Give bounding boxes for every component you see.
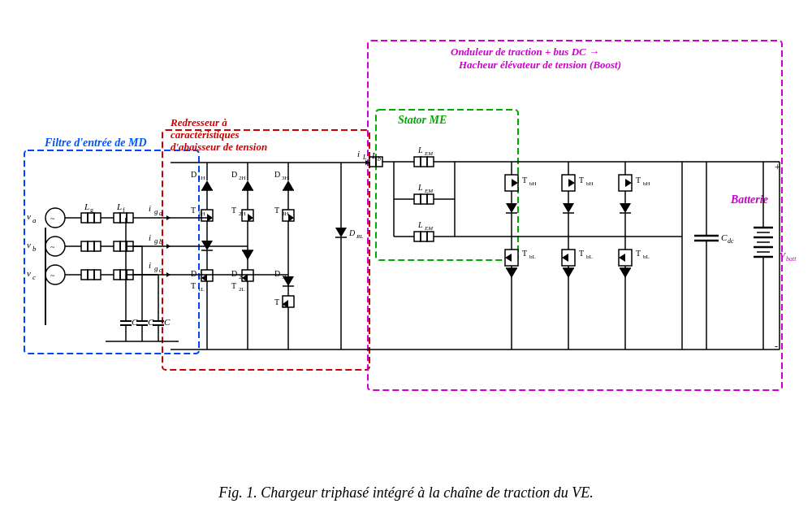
svg-text:batt: batt [786, 255, 797, 263]
svg-text:D: D [191, 269, 197, 278]
svg-text:i: i [149, 260, 151, 270]
svg-text:D: D [274, 269, 280, 278]
svg-text:T: T [274, 297, 279, 306]
svg-text:bL: bL [643, 254, 650, 260]
svg-text:a: a [32, 216, 37, 224]
svg-text:~: ~ [50, 214, 55, 223]
svg-text:g: g [154, 207, 158, 215]
svg-text:f: f [123, 206, 125, 214]
circuit-diagram: Filtre d'entrée de MD Redresseur à carac… [0, 0, 812, 471]
svg-text:T: T [274, 206, 279, 215]
svg-text:d'abaisseur de tension: d'abaisseur de tension [171, 141, 267, 153]
svg-text:L: L [84, 202, 89, 211]
svg-text:bH: bH [586, 180, 594, 187]
svg-text:L: L [417, 183, 423, 192]
svg-rect-0 [0, 0, 812, 471]
svg-text:Redresseur à: Redresseur à [170, 116, 227, 128]
svg-text:a: a [159, 210, 162, 217]
svg-text:C: C [164, 317, 171, 327]
svg-text:2H: 2H [239, 211, 246, 217]
svg-text:bL: bL [529, 254, 536, 260]
svg-text:i: i [357, 149, 360, 158]
svg-text:~: ~ [50, 271, 55, 280]
svg-text:T: T [191, 206, 196, 215]
svg-text:Filtre d'entrée de MD: Filtre d'entrée de MD [44, 137, 147, 149]
svg-text:EM: EM [424, 188, 434, 194]
svg-text:Hacheur élévateur de tension (: Hacheur élévateur de tension (Boost) [458, 59, 621, 71]
svg-text:Onduleur de traction + bus DC : Onduleur de traction + bus DC → [451, 46, 599, 58]
svg-text:c: c [32, 273, 36, 281]
svg-text:v: v [27, 268, 31, 278]
svg-text:Stator ME: Stator ME [398, 114, 447, 126]
figure-caption: Fig. 1. Chargeur triphasé intégré à la c… [0, 484, 812, 501]
svg-text:1H: 1H [198, 211, 205, 217]
svg-text:c: c [159, 267, 162, 274]
svg-text:D: D [191, 170, 197, 179]
svg-text:3H: 3H [282, 211, 289, 217]
svg-text:L: L [417, 145, 423, 154]
svg-text:3H: 3H [282, 175, 289, 181]
svg-text:v: v [27, 211, 31, 221]
svg-text:D: D [231, 170, 237, 179]
svg-text:~: ~ [50, 242, 55, 251]
svg-text:2L: 2L [239, 286, 245, 293]
svg-text:T: T [579, 176, 584, 185]
svg-text:3L: 3L [282, 274, 288, 280]
svg-text:b: b [159, 238, 162, 245]
svg-text:2H: 2H [239, 175, 246, 181]
svg-text:i: i [149, 232, 151, 242]
svg-text:C: C [721, 232, 728, 242]
svg-text:b: b [32, 245, 37, 253]
svg-text:RL: RL [356, 233, 363, 240]
svg-text:bH: bH [643, 180, 650, 187]
svg-text:g: g [154, 264, 158, 272]
svg-text:g: g [154, 237, 158, 245]
svg-text:L: L [116, 202, 122, 211]
svg-text:T: T [579, 249, 584, 258]
svg-text:T: T [191, 281, 196, 290]
svg-text:g: g [90, 206, 93, 214]
svg-text:Batterie: Batterie [730, 193, 768, 206]
svg-text:EM: EM [424, 150, 434, 157]
svg-text:dc: dc [728, 237, 734, 245]
svg-text:EM: EM [424, 225, 434, 232]
svg-text:T: T [522, 176, 527, 185]
svg-text:L: L [417, 220, 423, 229]
svg-text:T: T [231, 281, 236, 290]
svg-text:caractéristiques: caractéristiques [171, 128, 240, 141]
svg-text:T: T [636, 176, 641, 185]
svg-text:1H: 1H [198, 175, 205, 181]
svg-text:L: L [362, 154, 367, 161]
svg-text:-: - [775, 341, 778, 352]
svg-text:bL: bL [586, 254, 593, 260]
svg-text:D: D [231, 269, 237, 278]
svg-text:1L: 1L [198, 286, 205, 293]
svg-text:T: T [231, 206, 236, 215]
svg-text:T: T [522, 249, 527, 258]
svg-text:D: D [274, 170, 280, 179]
svg-text:D: D [348, 228, 356, 237]
svg-text:T: T [636, 249, 641, 258]
svg-text:i: i [149, 203, 151, 213]
svg-text:3L: 3L [282, 302, 288, 309]
svg-text:v: v [27, 240, 31, 250]
svg-text:bH: bH [529, 180, 537, 187]
